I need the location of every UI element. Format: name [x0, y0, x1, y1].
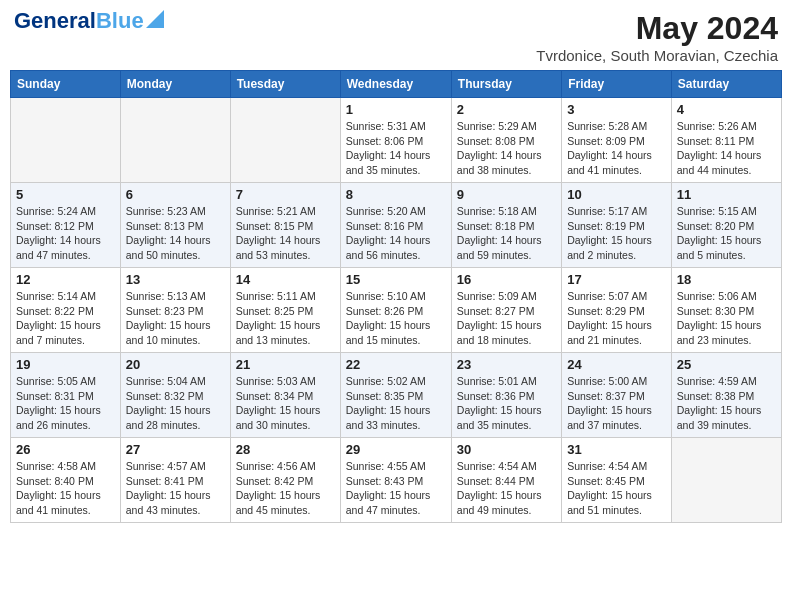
calendar-cell: 7Sunrise: 5:21 AMSunset: 8:15 PMDaylight…	[230, 183, 340, 268]
calendar-week-row: 1Sunrise: 5:31 AMSunset: 8:06 PMDaylight…	[11, 98, 782, 183]
calendar-cell: 20Sunrise: 5:04 AMSunset: 8:32 PMDayligh…	[120, 353, 230, 438]
day-number: 31	[567, 442, 666, 457]
day-number: 2	[457, 102, 556, 117]
calendar-cell: 17Sunrise: 5:07 AMSunset: 8:29 PMDayligh…	[562, 268, 672, 353]
calendar-cell: 4Sunrise: 5:26 AMSunset: 8:11 PMDaylight…	[671, 98, 781, 183]
day-info: Sunrise: 4:58 AMSunset: 8:40 PMDaylight:…	[16, 459, 115, 518]
day-number: 19	[16, 357, 115, 372]
day-number: 22	[346, 357, 446, 372]
day-info: Sunrise: 5:06 AMSunset: 8:30 PMDaylight:…	[677, 289, 776, 348]
calendar-cell	[120, 98, 230, 183]
day-info: Sunrise: 5:09 AMSunset: 8:27 PMDaylight:…	[457, 289, 556, 348]
calendar-cell: 18Sunrise: 5:06 AMSunset: 8:30 PMDayligh…	[671, 268, 781, 353]
day-number: 25	[677, 357, 776, 372]
calendar-cell: 27Sunrise: 4:57 AMSunset: 8:41 PMDayligh…	[120, 438, 230, 523]
day-number: 23	[457, 357, 556, 372]
day-info: Sunrise: 5:26 AMSunset: 8:11 PMDaylight:…	[677, 119, 776, 178]
day-info: Sunrise: 4:56 AMSunset: 8:42 PMDaylight:…	[236, 459, 335, 518]
day-number: 14	[236, 272, 335, 287]
day-number: 5	[16, 187, 115, 202]
day-info: Sunrise: 5:11 AMSunset: 8:25 PMDaylight:…	[236, 289, 335, 348]
logo: GeneralBlue	[14, 10, 164, 32]
day-info: Sunrise: 5:24 AMSunset: 8:12 PMDaylight:…	[16, 204, 115, 263]
calendar-cell: 30Sunrise: 4:54 AMSunset: 8:44 PMDayligh…	[451, 438, 561, 523]
logo-icon	[146, 10, 164, 28]
day-number: 10	[567, 187, 666, 202]
calendar-cell	[671, 438, 781, 523]
day-info: Sunrise: 5:02 AMSunset: 8:35 PMDaylight:…	[346, 374, 446, 433]
calendar-week-row: 26Sunrise: 4:58 AMSunset: 8:40 PMDayligh…	[11, 438, 782, 523]
calendar-cell: 31Sunrise: 4:54 AMSunset: 8:45 PMDayligh…	[562, 438, 672, 523]
weekday-header: Monday	[120, 71, 230, 98]
day-info: Sunrise: 5:21 AMSunset: 8:15 PMDaylight:…	[236, 204, 335, 263]
calendar-cell: 2Sunrise: 5:29 AMSunset: 8:08 PMDaylight…	[451, 98, 561, 183]
day-info: Sunrise: 5:29 AMSunset: 8:08 PMDaylight:…	[457, 119, 556, 178]
calendar-cell: 11Sunrise: 5:15 AMSunset: 8:20 PMDayligh…	[671, 183, 781, 268]
day-info: Sunrise: 5:04 AMSunset: 8:32 PMDaylight:…	[126, 374, 225, 433]
day-number: 3	[567, 102, 666, 117]
day-info: Sunrise: 5:20 AMSunset: 8:16 PMDaylight:…	[346, 204, 446, 263]
calendar-cell: 23Sunrise: 5:01 AMSunset: 8:36 PMDayligh…	[451, 353, 561, 438]
weekday-header: Thursday	[451, 71, 561, 98]
calendar-cell: 10Sunrise: 5:17 AMSunset: 8:19 PMDayligh…	[562, 183, 672, 268]
calendar-cell: 16Sunrise: 5:09 AMSunset: 8:27 PMDayligh…	[451, 268, 561, 353]
calendar-cell: 14Sunrise: 5:11 AMSunset: 8:25 PMDayligh…	[230, 268, 340, 353]
day-number: 12	[16, 272, 115, 287]
day-info: Sunrise: 5:31 AMSunset: 8:06 PMDaylight:…	[346, 119, 446, 178]
day-number: 30	[457, 442, 556, 457]
day-number: 4	[677, 102, 776, 117]
calendar-cell: 19Sunrise: 5:05 AMSunset: 8:31 PMDayligh…	[11, 353, 121, 438]
day-number: 16	[457, 272, 556, 287]
day-number: 11	[677, 187, 776, 202]
calendar-cell	[230, 98, 340, 183]
day-number: 24	[567, 357, 666, 372]
day-number: 1	[346, 102, 446, 117]
calendar-cell: 21Sunrise: 5:03 AMSunset: 8:34 PMDayligh…	[230, 353, 340, 438]
calendar-cell: 5Sunrise: 5:24 AMSunset: 8:12 PMDaylight…	[11, 183, 121, 268]
day-number: 28	[236, 442, 335, 457]
calendar-week-row: 12Sunrise: 5:14 AMSunset: 8:22 PMDayligh…	[11, 268, 782, 353]
calendar-cell: 13Sunrise: 5:13 AMSunset: 8:23 PMDayligh…	[120, 268, 230, 353]
day-info: Sunrise: 5:10 AMSunset: 8:26 PMDaylight:…	[346, 289, 446, 348]
day-number: 13	[126, 272, 225, 287]
weekday-header: Wednesday	[340, 71, 451, 98]
weekday-header: Friday	[562, 71, 672, 98]
weekday-header: Tuesday	[230, 71, 340, 98]
day-info: Sunrise: 5:17 AMSunset: 8:19 PMDaylight:…	[567, 204, 666, 263]
day-number: 7	[236, 187, 335, 202]
day-info: Sunrise: 4:59 AMSunset: 8:38 PMDaylight:…	[677, 374, 776, 433]
day-info: Sunrise: 5:14 AMSunset: 8:22 PMDaylight:…	[16, 289, 115, 348]
day-info: Sunrise: 5:28 AMSunset: 8:09 PMDaylight:…	[567, 119, 666, 178]
calendar-cell: 22Sunrise: 5:02 AMSunset: 8:35 PMDayligh…	[340, 353, 451, 438]
day-info: Sunrise: 5:18 AMSunset: 8:18 PMDaylight:…	[457, 204, 556, 263]
day-info: Sunrise: 5:15 AMSunset: 8:20 PMDaylight:…	[677, 204, 776, 263]
day-info: Sunrise: 4:54 AMSunset: 8:45 PMDaylight:…	[567, 459, 666, 518]
day-number: 9	[457, 187, 556, 202]
calendar-cell: 3Sunrise: 5:28 AMSunset: 8:09 PMDaylight…	[562, 98, 672, 183]
svg-marker-0	[146, 10, 164, 28]
day-number: 27	[126, 442, 225, 457]
calendar-cell: 28Sunrise: 4:56 AMSunset: 8:42 PMDayligh…	[230, 438, 340, 523]
calendar-cell: 25Sunrise: 4:59 AMSunset: 8:38 PMDayligh…	[671, 353, 781, 438]
calendar-cell	[11, 98, 121, 183]
day-number: 8	[346, 187, 446, 202]
logo-text: GeneralBlue	[14, 10, 144, 32]
day-number: 18	[677, 272, 776, 287]
day-info: Sunrise: 4:55 AMSunset: 8:43 PMDaylight:…	[346, 459, 446, 518]
day-info: Sunrise: 5:00 AMSunset: 8:37 PMDaylight:…	[567, 374, 666, 433]
calendar-cell: 26Sunrise: 4:58 AMSunset: 8:40 PMDayligh…	[11, 438, 121, 523]
calendar-week-row: 5Sunrise: 5:24 AMSunset: 8:12 PMDaylight…	[11, 183, 782, 268]
day-number: 21	[236, 357, 335, 372]
calendar-table: SundayMondayTuesdayWednesdayThursdayFrid…	[10, 70, 782, 523]
day-number: 17	[567, 272, 666, 287]
calendar-cell: 15Sunrise: 5:10 AMSunset: 8:26 PMDayligh…	[340, 268, 451, 353]
weekday-header: Saturday	[671, 71, 781, 98]
calendar-cell: 9Sunrise: 5:18 AMSunset: 8:18 PMDaylight…	[451, 183, 561, 268]
calendar-cell: 29Sunrise: 4:55 AMSunset: 8:43 PMDayligh…	[340, 438, 451, 523]
calendar-cell: 8Sunrise: 5:20 AMSunset: 8:16 PMDaylight…	[340, 183, 451, 268]
weekday-header: Sunday	[11, 71, 121, 98]
calendar-header-row: SundayMondayTuesdayWednesdayThursdayFrid…	[11, 71, 782, 98]
location: Tvrdonice, South Moravian, Czechia	[536, 47, 778, 64]
day-number: 26	[16, 442, 115, 457]
title-section: May 2024 Tvrdonice, South Moravian, Czec…	[536, 10, 778, 64]
